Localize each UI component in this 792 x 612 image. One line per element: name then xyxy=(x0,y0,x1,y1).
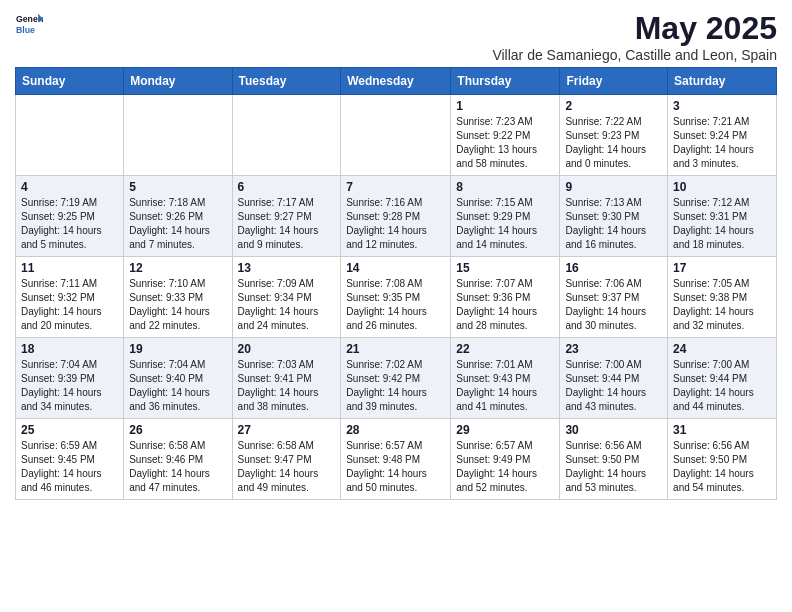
calendar-cell: 28Sunrise: 6:57 AM Sunset: 9:48 PM Dayli… xyxy=(341,419,451,500)
day-info: Sunrise: 7:02 AM Sunset: 9:42 PM Dayligh… xyxy=(346,358,445,414)
calendar-cell: 26Sunrise: 6:58 AM Sunset: 9:46 PM Dayli… xyxy=(124,419,232,500)
calendar-cell: 31Sunrise: 6:56 AM Sunset: 9:50 PM Dayli… xyxy=(668,419,777,500)
day-number: 7 xyxy=(346,180,445,194)
day-number: 18 xyxy=(21,342,118,356)
calendar-cell: 9Sunrise: 7:13 AM Sunset: 9:30 PM Daylig… xyxy=(560,176,668,257)
day-number: 15 xyxy=(456,261,554,275)
calendar-cell xyxy=(124,95,232,176)
main-title: May 2025 xyxy=(492,10,777,47)
calendar-cell: 27Sunrise: 6:58 AM Sunset: 9:47 PM Dayli… xyxy=(232,419,341,500)
calendar-cell: 8Sunrise: 7:15 AM Sunset: 9:29 PM Daylig… xyxy=(451,176,560,257)
weekday-header-wednesday: Wednesday xyxy=(341,68,451,95)
day-info: Sunrise: 6:56 AM Sunset: 9:50 PM Dayligh… xyxy=(565,439,662,495)
day-info: Sunrise: 7:22 AM Sunset: 9:23 PM Dayligh… xyxy=(565,115,662,171)
day-number: 14 xyxy=(346,261,445,275)
header: General Blue May 2025 Villar de Samanieg… xyxy=(15,10,777,63)
day-number: 9 xyxy=(565,180,662,194)
day-number: 13 xyxy=(238,261,336,275)
day-number: 31 xyxy=(673,423,771,437)
calendar-cell: 4Sunrise: 7:19 AM Sunset: 9:25 PM Daylig… xyxy=(16,176,124,257)
day-info: Sunrise: 7:11 AM Sunset: 9:32 PM Dayligh… xyxy=(21,277,118,333)
day-info: Sunrise: 7:10 AM Sunset: 9:33 PM Dayligh… xyxy=(129,277,226,333)
day-info: Sunrise: 7:18 AM Sunset: 9:26 PM Dayligh… xyxy=(129,196,226,252)
day-number: 5 xyxy=(129,180,226,194)
calendar-cell: 24Sunrise: 7:00 AM Sunset: 9:44 PM Dayli… xyxy=(668,338,777,419)
day-number: 29 xyxy=(456,423,554,437)
day-info: Sunrise: 7:00 AM Sunset: 9:44 PM Dayligh… xyxy=(565,358,662,414)
day-info: Sunrise: 7:16 AM Sunset: 9:28 PM Dayligh… xyxy=(346,196,445,252)
day-info: Sunrise: 7:07 AM Sunset: 9:36 PM Dayligh… xyxy=(456,277,554,333)
calendar-cell: 5Sunrise: 7:18 AM Sunset: 9:26 PM Daylig… xyxy=(124,176,232,257)
day-number: 10 xyxy=(673,180,771,194)
calendar-cell: 6Sunrise: 7:17 AM Sunset: 9:27 PM Daylig… xyxy=(232,176,341,257)
svg-text:Blue: Blue xyxy=(16,25,35,35)
day-info: Sunrise: 7:12 AM Sunset: 9:31 PM Dayligh… xyxy=(673,196,771,252)
calendar-cell xyxy=(341,95,451,176)
day-info: Sunrise: 7:04 AM Sunset: 9:39 PM Dayligh… xyxy=(21,358,118,414)
day-info: Sunrise: 7:03 AM Sunset: 9:41 PM Dayligh… xyxy=(238,358,336,414)
calendar-cell: 1Sunrise: 7:23 AM Sunset: 9:22 PM Daylig… xyxy=(451,95,560,176)
calendar-cell: 10Sunrise: 7:12 AM Sunset: 9:31 PM Dayli… xyxy=(668,176,777,257)
week-row-2: 4Sunrise: 7:19 AM Sunset: 9:25 PM Daylig… xyxy=(16,176,777,257)
day-info: Sunrise: 7:01 AM Sunset: 9:43 PM Dayligh… xyxy=(456,358,554,414)
calendar-cell: 12Sunrise: 7:10 AM Sunset: 9:33 PM Dayli… xyxy=(124,257,232,338)
calendar-cell: 30Sunrise: 6:56 AM Sunset: 9:50 PM Dayli… xyxy=(560,419,668,500)
calendar-cell: 3Sunrise: 7:21 AM Sunset: 9:24 PM Daylig… xyxy=(668,95,777,176)
day-info: Sunrise: 6:58 AM Sunset: 9:47 PM Dayligh… xyxy=(238,439,336,495)
weekday-header-saturday: Saturday xyxy=(668,68,777,95)
day-info: Sunrise: 6:57 AM Sunset: 9:49 PM Dayligh… xyxy=(456,439,554,495)
weekday-header-tuesday: Tuesday xyxy=(232,68,341,95)
logo-icon: General Blue xyxy=(15,10,43,38)
day-info: Sunrise: 7:04 AM Sunset: 9:40 PM Dayligh… xyxy=(129,358,226,414)
day-number: 6 xyxy=(238,180,336,194)
logo: General Blue xyxy=(15,10,43,38)
day-info: Sunrise: 7:13 AM Sunset: 9:30 PM Dayligh… xyxy=(565,196,662,252)
calendar-cell: 22Sunrise: 7:01 AM Sunset: 9:43 PM Dayli… xyxy=(451,338,560,419)
calendar-cell: 18Sunrise: 7:04 AM Sunset: 9:39 PM Dayli… xyxy=(16,338,124,419)
day-info: Sunrise: 7:06 AM Sunset: 9:37 PM Dayligh… xyxy=(565,277,662,333)
calendar-cell: 23Sunrise: 7:00 AM Sunset: 9:44 PM Dayli… xyxy=(560,338,668,419)
day-number: 26 xyxy=(129,423,226,437)
calendar-cell: 21Sunrise: 7:02 AM Sunset: 9:42 PM Dayli… xyxy=(341,338,451,419)
day-info: Sunrise: 7:15 AM Sunset: 9:29 PM Dayligh… xyxy=(456,196,554,252)
day-info: Sunrise: 7:21 AM Sunset: 9:24 PM Dayligh… xyxy=(673,115,771,171)
subtitle: Villar de Samaniego, Castille and Leon, … xyxy=(492,47,777,63)
day-info: Sunrise: 6:56 AM Sunset: 9:50 PM Dayligh… xyxy=(673,439,771,495)
day-number: 19 xyxy=(129,342,226,356)
calendar-cell xyxy=(16,95,124,176)
day-number: 28 xyxy=(346,423,445,437)
day-number: 4 xyxy=(21,180,118,194)
day-number: 2 xyxy=(565,99,662,113)
day-number: 22 xyxy=(456,342,554,356)
calendar-cell: 13Sunrise: 7:09 AM Sunset: 9:34 PM Dayli… xyxy=(232,257,341,338)
day-number: 17 xyxy=(673,261,771,275)
weekday-header-friday: Friday xyxy=(560,68,668,95)
day-number: 11 xyxy=(21,261,118,275)
day-info: Sunrise: 7:17 AM Sunset: 9:27 PM Dayligh… xyxy=(238,196,336,252)
week-row-3: 11Sunrise: 7:11 AM Sunset: 9:32 PM Dayli… xyxy=(16,257,777,338)
day-number: 12 xyxy=(129,261,226,275)
calendar-table: SundayMondayTuesdayWednesdayThursdayFrid… xyxy=(15,67,777,500)
calendar-cell: 11Sunrise: 7:11 AM Sunset: 9:32 PM Dayli… xyxy=(16,257,124,338)
calendar-cell: 19Sunrise: 7:04 AM Sunset: 9:40 PM Dayli… xyxy=(124,338,232,419)
calendar-cell: 20Sunrise: 7:03 AM Sunset: 9:41 PM Dayli… xyxy=(232,338,341,419)
day-info: Sunrise: 7:00 AM Sunset: 9:44 PM Dayligh… xyxy=(673,358,771,414)
day-info: Sunrise: 7:19 AM Sunset: 9:25 PM Dayligh… xyxy=(21,196,118,252)
day-number: 23 xyxy=(565,342,662,356)
calendar-cell: 16Sunrise: 7:06 AM Sunset: 9:37 PM Dayli… xyxy=(560,257,668,338)
weekday-header-monday: Monday xyxy=(124,68,232,95)
day-number: 16 xyxy=(565,261,662,275)
weekday-header-row: SundayMondayTuesdayWednesdayThursdayFrid… xyxy=(16,68,777,95)
calendar-cell: 14Sunrise: 7:08 AM Sunset: 9:35 PM Dayli… xyxy=(341,257,451,338)
day-info: Sunrise: 7:05 AM Sunset: 9:38 PM Dayligh… xyxy=(673,277,771,333)
calendar-cell: 15Sunrise: 7:07 AM Sunset: 9:36 PM Dayli… xyxy=(451,257,560,338)
day-info: Sunrise: 6:57 AM Sunset: 9:48 PM Dayligh… xyxy=(346,439,445,495)
calendar-cell: 25Sunrise: 6:59 AM Sunset: 9:45 PM Dayli… xyxy=(16,419,124,500)
day-number: 24 xyxy=(673,342,771,356)
week-row-5: 25Sunrise: 6:59 AM Sunset: 9:45 PM Dayli… xyxy=(16,419,777,500)
day-number: 27 xyxy=(238,423,336,437)
calendar-cell xyxy=(232,95,341,176)
day-number: 30 xyxy=(565,423,662,437)
day-info: Sunrise: 6:58 AM Sunset: 9:46 PM Dayligh… xyxy=(129,439,226,495)
day-number: 1 xyxy=(456,99,554,113)
